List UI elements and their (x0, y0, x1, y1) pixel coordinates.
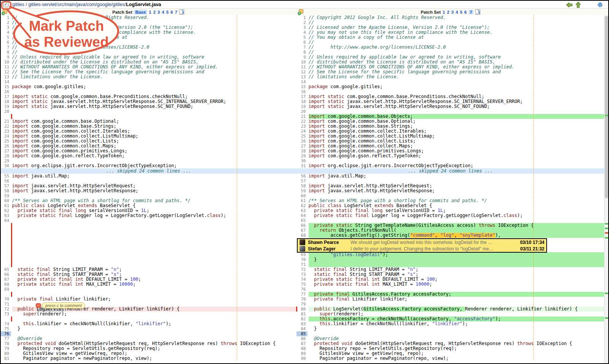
skipped-lines-band[interactable]: ... skipped 24 common lines ...... skipp… (1, 168, 604, 174)
code-line-left[interactable] (11, 179, 297, 184)
line-number-left[interactable]: 11 (1, 65, 11, 70)
line-number-right[interactable]: 66 (297, 223, 308, 228)
code-line-left[interactable] (11, 287, 297, 292)
line-number-left[interactable]: 27 (1, 149, 11, 154)
code-line-right[interactable] (308, 287, 604, 292)
line-number-right[interactable]: 79 (297, 302, 308, 307)
line-number-right[interactable]: 10 (297, 60, 308, 65)
code-line-left[interactable]: // (11, 50, 297, 55)
code-line-left[interactable]: package com.google.gitiles; (11, 84, 297, 89)
code-line-left[interactable]: } (11, 326, 297, 331)
up-to-change-arrow-icon[interactable] (575, 2, 581, 8)
code-line-right[interactable]: protected void doGetHtml(HttpServletRequ… (308, 341, 604, 346)
line-number-right[interactable]: 17 (297, 94, 308, 99)
line-number-left[interactable]: 79 (1, 346, 11, 351)
line-number-left[interactable]: 13 (1, 74, 11, 79)
line-number-right[interactable]: 12 (297, 70, 308, 74)
code-line-right[interactable] (308, 79, 604, 84)
code-line-left[interactable]: import com.google.common.primitives.Long… (11, 149, 297, 154)
patch-set-link-base[interactable]: Base (134, 10, 147, 14)
code-line-left[interactable]: private static final int DEFAULT_LIMIT =… (11, 277, 297, 282)
code-line-left[interactable] (11, 331, 297, 336)
code-line-left[interactable]: // Copyright 2012 Google Inc. All Rights… (11, 15, 297, 20)
patch-set-link-1[interactable]: 1 (442, 10, 445, 14)
code-line-right[interactable]: private static final int DEFAULT_LIMIT =… (308, 277, 604, 282)
code-line-right[interactable]: import com.google.common.base.Strings; (308, 124, 604, 129)
line-number-right[interactable]: 25 (297, 134, 308, 139)
code-line-left[interactable]: // distributed under the License is dist… (11, 60, 297, 65)
line-number-right[interactable]: 24 (297, 129, 308, 134)
line-number-left[interactable]: 72 (1, 307, 11, 312)
line-number-left[interactable]: 4 (1, 30, 11, 35)
code-line-right[interactable] (308, 179, 604, 184)
code-line-right[interactable]: private static String getTemplateName(Gi… (308, 223, 604, 228)
code-line-right[interactable] (308, 331, 604, 336)
code-line-left[interactable]: import com.google.common.base.Optional; (11, 119, 297, 124)
line-number-right[interactable]: 2 (297, 20, 308, 25)
patch-set-link-1[interactable]: 1 (149, 10, 151, 14)
code-line-right[interactable]: access.getConfig().getString("command", … (308, 233, 604, 238)
patch-set-link-3[interactable]: 3 (451, 10, 454, 14)
code-line-left[interactable]: import javax.servlet.http.HttpServletRes… (11, 188, 297, 193)
code-line-left[interactable]: import com.google.common.base.Strings; (11, 124, 297, 129)
line-number-right[interactable]: 80 (297, 307, 308, 312)
mark-reviewed-checkbox[interactable]: ✓ (3, 2, 8, 7)
code-line-left[interactable]: // http://www.apache.org/licenses/LICENS… (11, 45, 297, 50)
code-line-right[interactable]: Paginator paginator = newPaginator(repo,… (308, 356, 604, 361)
line-number-right[interactable]: 82 (297, 317, 308, 321)
line-number-left[interactable] (1, 114, 11, 119)
line-number-right[interactable]: 3 (297, 25, 308, 30)
line-number-left[interactable]: 12 (1, 70, 11, 74)
code-line-left[interactable]: Paginator paginator = newPaginator(repo,… (11, 356, 297, 361)
line-number-right[interactable]: 1 (297, 15, 308, 20)
line-number-right[interactable]: 77 (297, 292, 308, 297)
line-number-left[interactable]: 10 (1, 60, 11, 65)
line-number-left[interactable] (1, 228, 11, 233)
code-line-right[interactable]: private final Linkifier linkifier; (308, 297, 604, 302)
line-number-right[interactable]: 61 (297, 198, 308, 203)
code-line-right[interactable]: public class LogServlet extends BaseServ… (308, 203, 604, 208)
line-number-left[interactable]: 73 (1, 312, 11, 317)
line-number-right[interactable]: 84 (297, 326, 308, 331)
code-line-left[interactable]: // (11, 20, 297, 25)
line-number-left[interactable]: 74 (1, 321, 11, 326)
breadcrumb-path-link[interactable]: gitiles / gitiles-servlet/src/main/java/… (12, 2, 126, 7)
line-number-left[interactable]: 66 (1, 272, 11, 277)
line-number-right[interactable]: 6 (297, 40, 308, 45)
line-number-left[interactable]: 26 (1, 144, 11, 149)
code-line-right[interactable]: // WITHOUT WARRANTIES OR CONDITIONS OF A… (308, 65, 604, 70)
code-line-left[interactable] (11, 257, 297, 262)
line-number-left[interactable]: 59 (1, 193, 11, 198)
code-line-right[interactable]: "gitiles.logDetail"); (308, 252, 604, 257)
line-number-right[interactable]: 15 (297, 84, 308, 89)
line-number-right[interactable]: 90 (297, 356, 308, 361)
code-line-right[interactable]: // (308, 40, 604, 45)
code-line-right[interactable]: // You may obtain a copy of the License … (308, 35, 604, 40)
line-number-left[interactable]: 80 (1, 351, 11, 356)
code-line-right[interactable]: /** Serves an HTML page with a shortlog … (308, 198, 604, 203)
line-number-right[interactable]: 62 (297, 203, 308, 208)
code-line-left[interactable] (11, 79, 297, 84)
line-number-left[interactable]: 64 (1, 218, 11, 223)
line-number-left[interactable]: 57 (1, 184, 11, 188)
code-line-right[interactable] (308, 218, 604, 223)
line-number-left[interactable]: 1 (1, 15, 11, 20)
code-line-left[interactable] (11, 193, 297, 198)
line-number-left[interactable]: 23 (1, 129, 11, 134)
code-line-right[interactable]: private static final long serialVersionU… (308, 208, 604, 213)
code-line-left[interactable]: /** Serves an HTML page with a shortlog … (11, 198, 297, 203)
code-line-right[interactable]: static final String START_PARAM = "s"; (308, 272, 604, 277)
code-line-right[interactable]: import javax.servlet.http.HttpServletRes… (308, 188, 604, 193)
line-number-right[interactable]: 28 (297, 149, 308, 154)
code-line-right[interactable]: import static javax.servlet.http.HttpSer… (308, 104, 604, 109)
line-number-left[interactable]: 56 (1, 179, 11, 184)
line-number-right[interactable]: 63 (297, 208, 308, 213)
line-number-right[interactable]: 8 (297, 50, 308, 55)
code-line-left[interactable]: import org.eclipse.jgit.errors.Incorrect… (11, 163, 297, 168)
code-line-left[interactable]: import com.google.common.collect.ListMul… (11, 134, 297, 139)
prev-file-arrow-icon[interactable] (566, 2, 573, 8)
code-line-left[interactable] (11, 317, 297, 321)
patch-set-link-4[interactable]: 4 (456, 10, 458, 14)
code-line-right[interactable]: import com.google.common.primitives.Long… (308, 149, 604, 154)
code-line-left[interactable]: static final String START_PARAM = "s"; (11, 272, 297, 277)
